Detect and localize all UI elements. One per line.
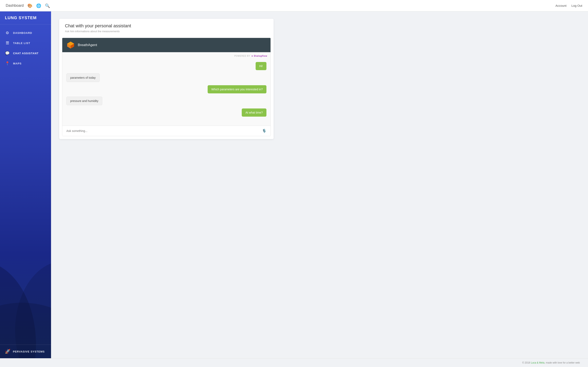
- agent-name: BreathAgent: [78, 43, 97, 47]
- footer-text: © 2018: [522, 361, 531, 364]
- footer-link[interactable]: Luca & Mela: [531, 361, 545, 364]
- top-header: Dashboard 🎨 🌐 🔍 Account Log Out: [0, 0, 588, 11]
- microphone-icon[interactable]: 🎙️: [262, 129, 267, 133]
- message-row-3: Which parameters are you interested in?: [66, 85, 267, 93]
- sidebar-nav: ⊙ DASHBOARD ☰ TABLE LIST 💬 CHAT ASSISTAN…: [0, 25, 51, 345]
- globe-icon[interactable]: 🌐: [36, 3, 41, 8]
- account-link[interactable]: Account: [555, 4, 566, 7]
- footer-suffix: , made with love for a better web: [545, 361, 580, 364]
- powered-label: POWERED BY: [234, 55, 250, 57]
- chat-card-subtitle: Ask him informations about the measureme…: [65, 30, 268, 33]
- app-wrapper: Dashboard 🎨 🌐 🔍 Account Log Out LUNG SYS…: [0, 0, 588, 367]
- chat-card-title: Chat with your personal assistant: [65, 23, 268, 29]
- message-row-2: parameters of today: [66, 73, 267, 82]
- sidebar-item-label-tablelist: TABLE LIST: [13, 42, 30, 45]
- logout-link[interactable]: Log Out: [571, 4, 582, 7]
- search-icon[interactable]: 🔍: [45, 3, 50, 8]
- header-left: Dashboard 🎨 🌐 🔍: [6, 3, 555, 8]
- page-title: Dashboard: [6, 3, 24, 8]
- rocket-icon: 🚀: [5, 349, 10, 354]
- sidebar-item-dashboard[interactable]: ⊙ DASHBOARD: [0, 28, 51, 38]
- main-content: Chat with your personal assistant Ask hi…: [51, 11, 588, 358]
- main-layout: LUNG SYSTEM ⊙ DASHBOARD ☰ TABLE LIST 💬 C…: [0, 11, 588, 358]
- header-right: Account Log Out: [555, 4, 582, 7]
- table-list-icon: ☰: [5, 41, 10, 45]
- page-footer: © 2018 Luca & Mela, made with love for a…: [0, 358, 588, 367]
- sidebar-item-table-list[interactable]: ☰ TABLE LIST: [0, 38, 51, 48]
- agent-avatar: [66, 41, 75, 49]
- sidebar-item-chat-assistant[interactable]: 💬 CHAT ASSISTANT: [0, 48, 51, 58]
- message-bubble-5: At what time?: [242, 108, 267, 117]
- company-name: PERVASIVE SYSTEMS: [13, 350, 45, 353]
- sidebar: LUNG SYSTEM ⊙ DASHBOARD ☰ TABLE LIST 💬 C…: [0, 11, 51, 358]
- chat-icon: 💬: [5, 51, 10, 55]
- df-header: BreathAgent: [62, 38, 270, 52]
- dialogflow-logo: ● Dialogflow: [251, 55, 267, 57]
- message-bubble-4: pressure and humidity: [66, 97, 102, 105]
- dialogflow-widget: BreathAgent POWERED BY ● Dialogflow: [62, 38, 271, 136]
- message-bubble-1: Hi!: [256, 62, 267, 70]
- powered-by: POWERED BY ● Dialogflow: [234, 55, 267, 57]
- sidebar-title-area: LUNG SYSTEM: [0, 11, 51, 25]
- sidebar-footer: 🚀 PERVASIVE SYSTEMS: [0, 345, 51, 358]
- sidebar-item-label-chat: CHAT ASSISTANT: [13, 52, 39, 55]
- app-title: LUNG SYSTEM: [5, 16, 46, 20]
- df-body: POWERED BY ● Dialogflow Hi!: [62, 52, 270, 125]
- sidebar-item-label-maps: MAPS: [13, 62, 22, 65]
- chat-input[interactable]: [66, 129, 260, 133]
- sidebar-item-label-dashboard: DASHBOARD: [13, 31, 32, 34]
- df-input-area: 🎙️: [62, 125, 270, 136]
- message-bubble-3: Which parameters are you interested in?: [208, 85, 267, 93]
- message-bubble-2: parameters of today: [66, 73, 100, 82]
- palette-icon[interactable]: 🎨: [27, 3, 33, 8]
- message-row-1: Hi!: [66, 62, 267, 70]
- chat-messages: Hi! parameters of today Which parameters…: [66, 55, 267, 117]
- dashboard-icon: ⊙: [5, 31, 10, 35]
- chat-card-header: Chat with your personal assistant Ask hi…: [59, 19, 274, 34]
- chat-card: Chat with your personal assistant Ask hi…: [59, 19, 274, 139]
- sidebar-item-maps[interactable]: 📍 MAPS: [0, 58, 51, 68]
- message-row-4: pressure and humidity: [66, 97, 267, 105]
- message-row-5: At what time?: [66, 108, 267, 117]
- maps-icon: 📍: [5, 61, 10, 66]
